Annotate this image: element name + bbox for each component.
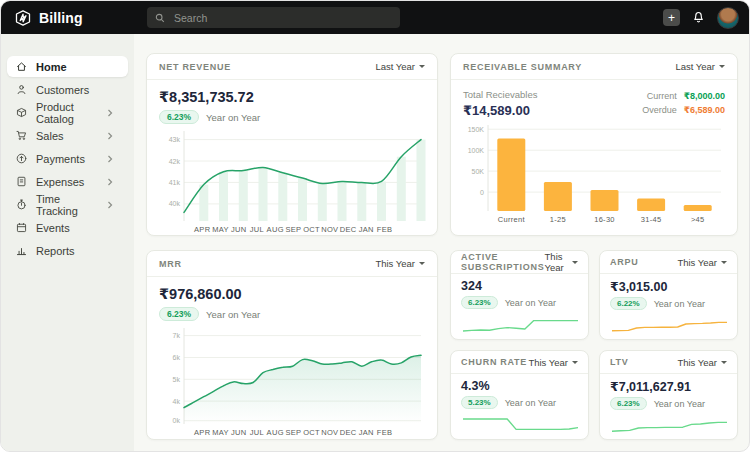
mrr-value: ₹976,860.00 [159,286,425,302]
svg-text:FEB: FEB [377,428,393,437]
churn-rate-card: CHURN RATE This Year 4.3% 5.23% Year on … [450,350,589,440]
sidebar-item-label: Expenses [36,176,84,188]
period-value: This Year [677,357,717,368]
total-receivables-block: Total Recievables ₹14,589.00 [463,89,537,118]
svg-text:43k: 43k [169,136,181,143]
svg-text:NOV: NOV [321,428,338,437]
yoy-badge: 6.23% [159,307,199,321]
svg-text:100K: 100K [468,147,485,154]
svg-text:DEC: DEC [340,428,357,437]
period-value: Last Year [375,61,415,72]
svg-text:0: 0 [480,189,484,196]
events-icon [15,221,28,234]
svg-text:16-30: 16-30 [594,215,615,224]
sidebar-item-label: Reports [36,245,75,257]
svg-text:OCT: OCT [303,225,320,234]
notifications-bell-icon[interactable] [691,10,706,25]
overdue-value: ₹6,589.00 [684,105,725,115]
sidebar-item-label: Time Tracking [36,193,99,217]
arpu-card: ARPU This Year ₹3,015.00 6.22% Year on Y… [599,250,738,340]
sidebar-item-customers[interactable]: Customers [7,79,128,100]
svg-text:Current: Current [498,215,526,224]
svg-text:42k: 42k [169,158,181,165]
search-placeholder: Search [174,12,207,24]
active-subscriptions-sparkline [461,311,580,335]
net-revenue-chart: 43k42k41k40kAPRMAYJUNJULAUGSEPOCTNOVDECJ… [159,126,427,234]
period-selector[interactable]: This Year [677,257,727,268]
card-title: MRR [159,259,182,269]
home-icon [15,60,28,73]
period-selector[interactable]: This Year [545,251,578,273]
svg-text:SEP: SEP [285,225,301,234]
card-title: ARPU [610,257,638,267]
chevron-right-icon [107,178,120,186]
active-subscriptions-card: ACTIVE SUBSCRIPTIONS This Year 324 6.23%… [450,250,589,340]
quick-add-button[interactable]: + [663,9,680,26]
sidebar-item-events[interactable]: Events [7,217,128,238]
svg-text:50K: 50K [472,168,485,175]
svg-text:6k: 6k [173,354,181,361]
period-selector[interactable]: This Year [375,258,425,269]
svg-text:>45: >45 [691,215,705,224]
receivables-breakdown: Current₹8,000.00 Overdue₹6,589.00 [642,89,725,118]
svg-text:1-25: 1-25 [550,215,566,224]
sidebar-item-label: Events [36,222,70,234]
search-input[interactable]: Search [147,7,400,28]
chevron-right-icon [107,132,120,140]
svg-text:FEB: FEB [377,225,393,234]
card-title: RECEIVABLE SUMMARY [463,62,582,72]
svg-text:AUG: AUG [267,225,284,234]
svg-text:APR: APR [194,225,211,234]
svg-text:MAY: MAY [212,428,229,437]
yoy-badge: 6.23% [159,110,199,124]
period-selector[interactable]: Last Year [675,61,725,72]
yoy-badge: 6.22% [610,297,647,310]
yoy-caption: Year on Year [206,309,260,320]
sidebar-item-label: Payments [36,153,85,165]
topbar-actions: + [663,1,739,34]
ltv-value: ₹7,011,627.91 [610,379,727,394]
period-selector[interactable]: Last Year [375,61,425,72]
sales-cart-icon [15,129,28,142]
sidebar-item-label: Customers [36,84,89,96]
sidebar-item-reports[interactable]: Reports [7,240,128,261]
sidebar-item-expenses[interactable]: Expenses [7,171,128,192]
svg-text:4k: 4k [173,398,181,405]
chevron-down-icon [419,65,425,68]
period-selector[interactable]: This Year [677,357,727,368]
churn-rate-value: 4.3% [461,379,578,393]
sidebar-item-product-catalog[interactable]: Product Catalog [7,102,128,123]
svg-text:JAN: JAN [359,428,374,437]
sidebar-item-sales[interactable]: Sales [7,125,128,146]
svg-text:AUG: AUG [267,428,284,437]
topbar: Billing Search + [1,1,749,34]
receivables-aging-chart: 150K100K50K0Current1-2516-3031-45>45 [463,120,727,224]
svg-text:41k: 41k [169,179,181,186]
app-title: Billing [39,10,83,26]
sidebar-item-label: Sales [36,130,64,142]
sidebar-item-label: Product Catalog [36,101,99,125]
time-tracking-icon [15,198,28,211]
chevron-down-icon [419,262,425,265]
svg-text:JAN: JAN [359,225,374,234]
ltv-sparkline [610,412,729,436]
period-selector[interactable]: This Year [528,357,578,368]
current-label: Current [647,91,677,101]
yoy-caption: Year on Year [206,112,260,123]
yoy-caption: Year on Year [505,398,556,408]
period-value: This Year [528,357,568,368]
search-icon [155,13,168,23]
card-title: LTV [610,357,629,367]
total-receivables-value: ₹14,589.00 [463,103,537,118]
sidebar-item-time-tracking[interactable]: Time Tracking [7,194,128,215]
net-revenue-card: NET REVENUE Last Year ₹8,351,735.72 6.23… [146,53,438,236]
mrr-chart: 7k6k5k4k0kAPRMAYJUNJULAUGSEPOCTNOVDECJAN… [159,323,427,437]
user-avatar[interactable] [717,7,739,29]
app-logo[interactable]: Billing [1,9,134,27]
net-revenue-value: ₹8,351,735.72 [159,89,425,105]
svg-text:OCT: OCT [303,428,320,437]
sidebar-item-payments[interactable]: Payments [7,148,128,169]
sidebar-item-home[interactable]: Home [7,56,128,77]
chevron-right-icon [107,155,120,163]
chevron-down-icon [721,361,727,364]
